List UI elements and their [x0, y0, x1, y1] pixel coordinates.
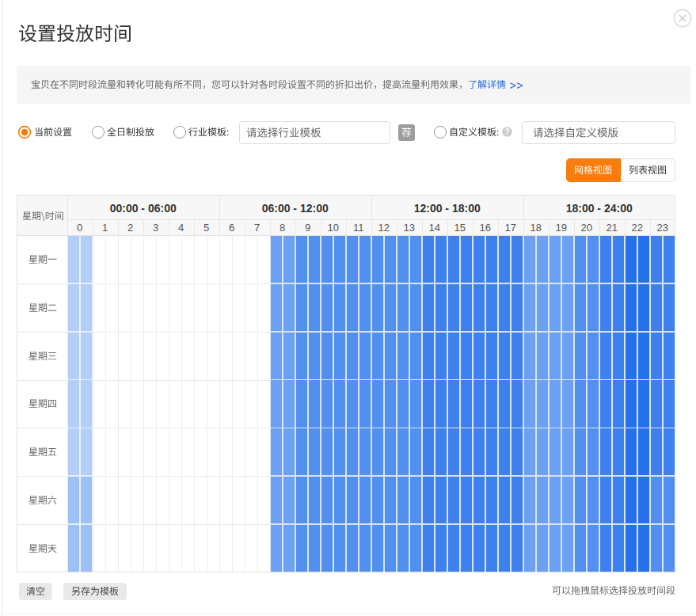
svg-text:?: ? — [504, 127, 509, 136]
